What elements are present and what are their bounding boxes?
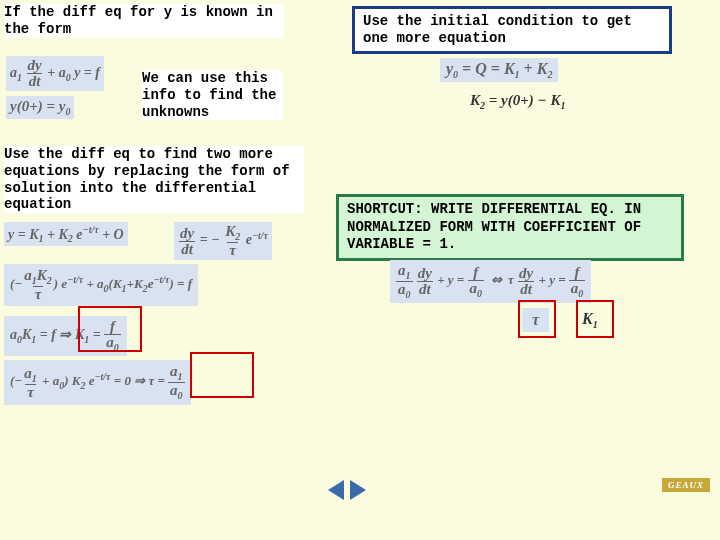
next-icon[interactable]: [350, 480, 366, 500]
nav-controls: [328, 480, 366, 500]
initial-condition-box: Use the initial condition to get one mor…: [352, 6, 672, 54]
hint-unknowns: We can use this info to find the unknown…: [142, 70, 282, 120]
eq-ode: a1 dydt + a0 y = f: [6, 56, 104, 91]
eq-solution-form: y = K1 + K2 e−t/τ + O: [4, 222, 128, 246]
eq-normalized: a1a0 dydt + y = fa0 ⇔ τ dydt + y = fa0: [390, 260, 591, 303]
eq-k2: K2 = y(0+) − K1: [470, 92, 565, 111]
eq-tau-solve: (−a1τ + a0) K2 e−t/τ = 0 ⇒ τ = a1a0: [4, 360, 191, 405]
redbox-tau-callout: [518, 300, 556, 338]
eq-ic-sum: y0 = Q = K1 + K2: [440, 58, 558, 82]
redbox-k1-callout: [576, 300, 614, 338]
logo-badge: GEAUX: [662, 478, 710, 492]
intro-text: If the diff eq for y is known in the for…: [4, 4, 284, 38]
eq-substituted: (−a1K2τ) e−t/τ + a0(K1+K2e−t/τ) = f: [4, 264, 198, 306]
shortcut-box: SHORTCUT: WRITE DIFFERENTIAL EQ. IN NORM…: [336, 194, 684, 261]
redbox-k1: [78, 306, 142, 352]
eq-initial-condition: y(0+) = y0: [6, 96, 74, 119]
step-substitute: Use the diff eq to find two more equatio…: [4, 146, 304, 213]
prev-icon[interactable]: [328, 480, 344, 500]
redbox-tau: [190, 352, 254, 398]
eq-derivative: dydt = − K2τ e−t/τ: [174, 222, 272, 260]
